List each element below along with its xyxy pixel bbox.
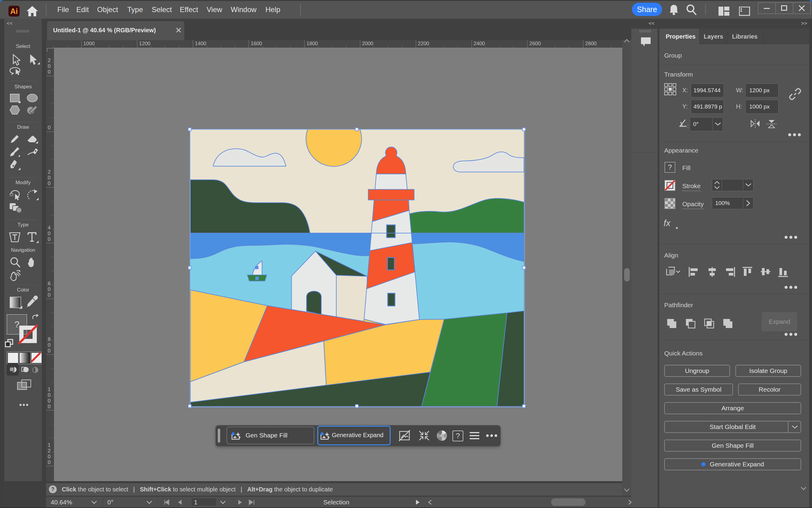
svg-text::: : xyxy=(687,123,688,129)
svg-text:?: ? xyxy=(51,486,54,492)
